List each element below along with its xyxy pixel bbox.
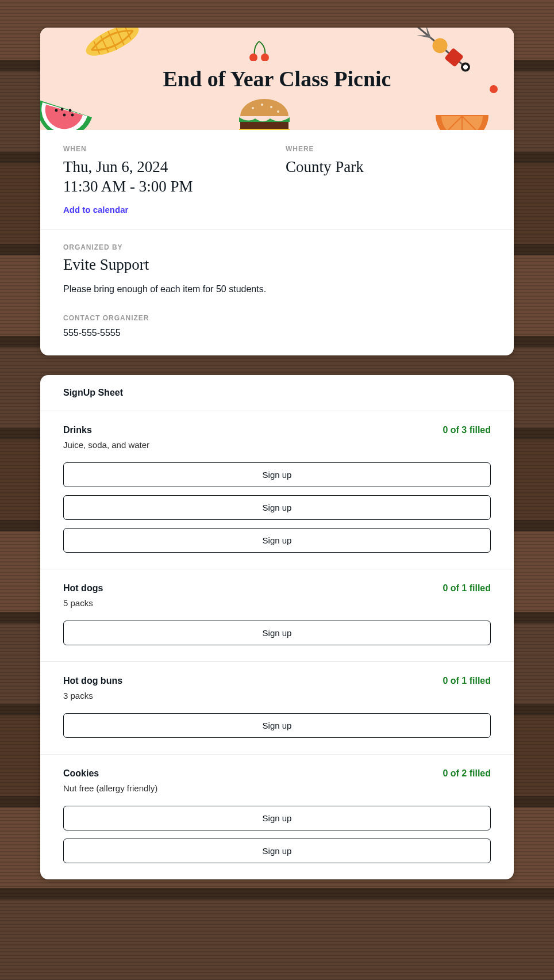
signup-item-header: Cookies0 of 2 filled — [63, 768, 491, 779]
svg-point-17 — [69, 109, 72, 112]
svg-point-0 — [82, 28, 143, 62]
signup-item-fill-status: 0 of 1 filled — [443, 676, 491, 686]
signup-item-name: Hot dog buns — [63, 676, 122, 686]
add-to-calendar-link[interactable]: Add to calendar — [63, 205, 128, 215]
svg-point-20 — [270, 106, 272, 108]
contact-phone: 555-555-5555 — [63, 328, 491, 338]
signup-item: Hot dog buns0 of 1 filled3 packsSign up — [40, 662, 514, 755]
svg-point-19 — [261, 104, 263, 106]
signup-item-name: Cookies — [63, 768, 99, 779]
svg-point-16 — [61, 108, 64, 111]
svg-point-18 — [252, 107, 254, 109]
event-info-grid: WHEN Thu, Jun 6, 2024 11:30 AM - 3:00 PM… — [40, 130, 514, 229]
contact-label: CONTACT ORGANIZER — [63, 314, 491, 322]
organizer-block: ORGANIZED BY Evite Support Please bring … — [40, 229, 514, 355]
signup-item-description: Juice, soda, and water — [63, 440, 491, 450]
event-title: End of Year Class Picnic — [163, 66, 391, 91]
svg-point-13 — [55, 109, 58, 112]
event-note: Please bring enough of each item for 50 … — [63, 284, 491, 294]
signup-items-container: Drinks0 of 3 filledJuice, soda, and wate… — [40, 411, 514, 879]
svg-point-21 — [277, 110, 279, 113]
signup-item-fill-status: 0 of 1 filled — [443, 583, 491, 594]
signup-button[interactable]: Sign up — [63, 839, 491, 863]
event-card: End of Year Class Picnic WHEN Thu, Jun 6… — [40, 28, 514, 355]
signup-item-name: Drinks — [63, 425, 92, 435]
corn-icon — [76, 28, 153, 70]
signup-item-fill-status: 0 of 2 filled — [443, 768, 491, 779]
signup-item: Drinks0 of 3 filledJuice, soda, and wate… — [40, 411, 514, 569]
when-label: WHEN — [63, 145, 268, 153]
signup-button[interactable]: Sign up — [63, 528, 491, 553]
event-date: Thu, Jun 6, 2024 — [63, 158, 268, 177]
orange-slice-icon — [433, 113, 491, 130]
svg-point-15 — [71, 114, 74, 117]
organized-by-label: ORGANIZED BY — [63, 243, 491, 251]
where-block: WHERE County Park — [286, 145, 491, 215]
signup-item-name: Hot dogs — [63, 583, 103, 594]
signup-item-description: Nut free (allergy friendly) — [63, 783, 491, 793]
signup-button[interactable]: Sign up — [63, 621, 491, 645]
signup-item-header: Hot dogs0 of 1 filled — [63, 583, 491, 594]
signup-sheet-card: SignUp Sheet Drinks0 of 3 filledJuice, s… — [40, 375, 514, 879]
signup-button[interactable]: Sign up — [63, 462, 491, 487]
event-location: County Park — [286, 158, 491, 177]
signup-item: Hot dogs0 of 1 filled5 packsSign up — [40, 569, 514, 662]
svg-rect-22 — [240, 122, 288, 129]
signup-item-fill-status: 0 of 3 filled — [443, 425, 491, 435]
svg-point-7 — [261, 53, 269, 61]
signup-item: Cookies0 of 2 filledNut free (allergy fr… — [40, 755, 514, 879]
organizer-name: Evite Support — [63, 256, 491, 274]
svg-point-14 — [63, 114, 66, 117]
svg-point-6 — [249, 53, 257, 61]
signup-item-header: Drinks0 of 3 filled — [63, 425, 491, 435]
cherries-icon — [244, 38, 273, 61]
signup-item-description: 3 packs — [63, 691, 491, 700]
where-label: WHERE — [286, 145, 491, 153]
burger-icon — [236, 95, 293, 130]
signup-button[interactable]: Sign up — [63, 713, 491, 738]
tomato-dot-icon — [490, 85, 498, 93]
signup-sheet-title: SignUp Sheet — [40, 375, 514, 411]
skewer-icon — [401, 28, 478, 79]
watermelon-icon — [40, 83, 100, 130]
signup-button[interactable]: Sign up — [63, 495, 491, 520]
when-block: WHEN Thu, Jun 6, 2024 11:30 AM - 3:00 PM… — [63, 145, 268, 215]
event-hero: End of Year Class Picnic — [40, 28, 514, 130]
signup-button[interactable]: Sign up — [63, 806, 491, 830]
svg-rect-23 — [239, 129, 290, 130]
event-time: 11:30 AM - 3:00 PM — [63, 177, 268, 197]
signup-item-header: Hot dog buns0 of 1 filled — [63, 676, 491, 686]
signup-item-description: 5 packs — [63, 598, 491, 608]
svg-point-12 — [429, 35, 451, 56]
